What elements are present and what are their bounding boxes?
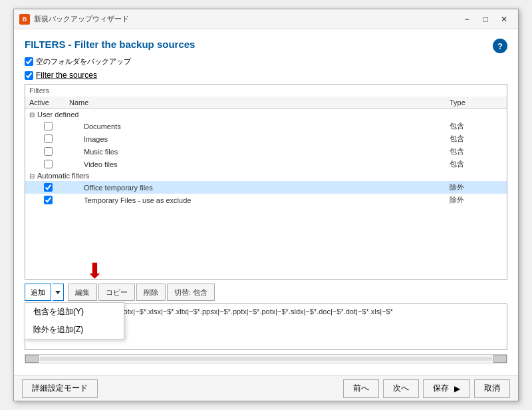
next-button[interactable]: 次へ: [383, 379, 419, 398]
minimize-button[interactable]: −: [458, 12, 475, 27]
scroll-right-btn[interactable]: [493, 355, 507, 363]
app-icon: B: [19, 14, 30, 25]
horizontal-scrollbar[interactable]: [25, 354, 507, 363]
auto-filters-group: ⊟ Automatic filters: [25, 170, 507, 181]
filter-sources-label: Filter the sources: [36, 71, 97, 80]
filter-checkbox-documents[interactable]: [44, 122, 53, 130]
filter-name-music: Music files: [84, 148, 450, 156]
footer-right: 前へ 次へ 保存 ▶ 取消: [343, 379, 510, 398]
cancel-button[interactable]: 取消: [474, 379, 510, 398]
window-title: 新規バックアップウィザード: [34, 14, 458, 24]
footer-left: 詳細設定モード: [22, 379, 343, 398]
filter-type-music: 包含: [450, 146, 503, 156]
save-dropdown-icon: ▶: [454, 384, 460, 393]
scroll-left-btn[interactable]: [25, 355, 39, 363]
user-defined-group: ⊟ User defined: [25, 109, 507, 120]
filter-type-office: 除外: [450, 182, 503, 192]
toggle-button[interactable]: 切替: 包含: [167, 284, 215, 301]
footer: 詳細設定モード 前へ 次へ 保存 ▶ 取消: [14, 375, 518, 401]
col-type: Type: [450, 99, 503, 106]
header-area: FILTERS - Filter the backup sources ? 空の…: [25, 39, 507, 84]
auto-filters-label: Automatic filters: [37, 172, 89, 180]
filter-type-temp: 除外: [450, 195, 503, 205]
filter-sources-row: Filter the sources: [25, 71, 507, 80]
filter-type-images: 包含: [450, 134, 503, 144]
advanced-mode-button[interactable]: 詳細設定モード: [22, 379, 98, 398]
toolbar-row: ⬇ 追加 包含を追加(Y) 除外を追加(Z) 編集 コピー 削除 切替: 包含: [25, 284, 507, 301]
table-row: Video files 包含: [25, 158, 507, 170]
edit-button[interactable]: 編集: [68, 284, 97, 301]
table-row: Office temporary files 除外: [25, 181, 507, 194]
copy-button[interactable]: コピー: [98, 284, 135, 301]
window-controls: − □ ✕: [458, 12, 513, 27]
filter-name-temp: Temporary Files - use as exclude: [84, 196, 450, 204]
empty-folder-label: 空のフォルダをバックアップ: [36, 57, 131, 67]
help-button[interactable]: ?: [493, 39, 507, 53]
empty-folder-row: 空のフォルダをバックアップ: [25, 57, 507, 67]
filter-type-video: 包含: [450, 159, 503, 169]
maximize-button[interactable]: □: [477, 12, 494, 27]
titlebar: B 新規バックアップウィザード − □ ✕: [14, 9, 518, 29]
filter-checkbox-music[interactable]: [44, 147, 53, 156]
exclude-add-item[interactable]: 除外を追加(Z): [25, 321, 124, 339]
include-add-item[interactable]: 包含を追加(Y): [25, 303, 124, 321]
expand-icon: ⊟: [29, 111, 35, 118]
tree-area: ⊟ User defined Documents 包含 Images 包含 Mu…: [25, 109, 507, 279]
save-label: 保存: [433, 383, 449, 394]
filter-name-documents: Documents: [84, 122, 450, 130]
empty-folder-checkbox[interactable]: [25, 57, 33, 66]
page-title: FILTERS - Filter the backup sources: [25, 39, 195, 50]
filters-group-title: Filters: [25, 85, 507, 97]
scroll-track: [40, 357, 492, 361]
close-button[interactable]: ✕: [495, 12, 513, 27]
table-row: Images 包含: [25, 132, 507, 145]
table-header: Active Name Type: [25, 97, 507, 109]
prev-button[interactable]: 前へ: [343, 379, 379, 398]
filter-name-video: Video files: [84, 160, 450, 168]
table-row: Documents 包含: [25, 120, 507, 132]
filter-checkbox-video[interactable]: [44, 160, 53, 168]
filters-group: Filters Active Name Type ⊟ User defined …: [25, 84, 507, 280]
add-dropdown-button[interactable]: [53, 284, 64, 301]
col-active: Active: [29, 99, 69, 106]
filter-type-documents: 包含: [450, 121, 503, 131]
filter-name-office: Office temporary files: [84, 184, 450, 192]
table-row: Music files 包含: [25, 145, 507, 158]
save-button[interactable]: 保存 ▶: [423, 379, 470, 398]
add-dropdown-menu: 包含を追加(Y) 除外を追加(Z): [25, 302, 124, 339]
filter-sources-checkbox[interactable]: [25, 71, 33, 80]
table-row: Temporary Files - use as exclude 除外: [25, 194, 507, 206]
col-name: Name: [69, 99, 450, 106]
filter-name-images: Images: [84, 135, 450, 143]
auto-expand-icon: ⊟: [29, 172, 35, 180]
filter-checkbox-images[interactable]: [44, 134, 53, 143]
dropdown-arrow-icon: [55, 291, 61, 294]
user-defined-label: User defined: [37, 110, 78, 118]
delete-button[interactable]: 削除: [136, 284, 166, 301]
add-button[interactable]: 追加: [25, 284, 51, 301]
filter-checkbox-office[interactable]: [44, 183, 53, 192]
filter-checkbox-temp[interactable]: [44, 196, 53, 204]
main-content: FILTERS - Filter the backup sources ? 空の…: [14, 29, 518, 375]
